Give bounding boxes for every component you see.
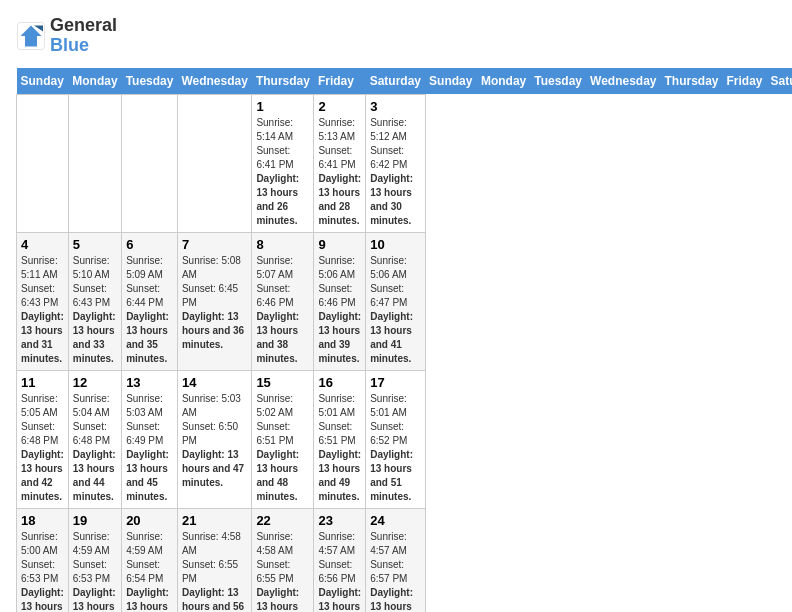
calendar-cell — [68, 94, 121, 232]
calendar-cell: 10Sunrise: 5:06 AMSunset: 6:47 PMDayligh… — [366, 232, 425, 370]
calendar-cell: 8Sunrise: 5:07 AMSunset: 6:46 PMDaylight… — [252, 232, 314, 370]
calendar-cell: 13Sunrise: 5:03 AMSunset: 6:49 PMDayligh… — [122, 370, 178, 508]
calendar-table: SundayMondayTuesdayWednesdayThursdayFrid… — [16, 68, 792, 612]
day-info: Sunrise: 5:11 AMSunset: 6:43 PMDaylight:… — [21, 254, 64, 366]
calendar-cell: 11Sunrise: 5:05 AMSunset: 6:48 PMDayligh… — [17, 370, 69, 508]
day-info: Sunrise: 5:12 AMSunset: 6:42 PMDaylight:… — [370, 116, 420, 228]
calendar-cell: 7Sunrise: 5:08 AMSunset: 6:45 PMDaylight… — [177, 232, 251, 370]
header-friday: Friday — [314, 68, 366, 95]
day-info: Sunrise: 5:07 AMSunset: 6:46 PMDaylight:… — [256, 254, 309, 366]
calendar-cell: 17Sunrise: 5:01 AMSunset: 6:52 PMDayligh… — [366, 370, 425, 508]
calendar-week-row: 1Sunrise: 5:14 AMSunset: 6:41 PMDaylight… — [17, 94, 793, 232]
logo-text: General Blue — [50, 16, 117, 56]
day-info: Sunrise: 5:13 AMSunset: 6:41 PMDaylight:… — [318, 116, 361, 228]
day-info: Sunrise: 4:58 AMSunset: 6:55 PMDaylight:… — [256, 530, 309, 612]
day-number: 16 — [318, 375, 361, 390]
day-number: 11 — [21, 375, 64, 390]
logo-icon — [16, 21, 46, 51]
day-number: 4 — [21, 237, 64, 252]
day-number: 13 — [126, 375, 173, 390]
day-info: Sunrise: 4:57 AMSunset: 6:57 PMDaylight:… — [370, 530, 420, 612]
header-sunday: Sunday — [425, 68, 477, 95]
day-info: Sunrise: 5:04 AMSunset: 6:48 PMDaylight:… — [73, 392, 117, 504]
header-thursday: Thursday — [661, 68, 723, 95]
calendar-cell: 23Sunrise: 4:57 AMSunset: 6:56 PMDayligh… — [314, 508, 366, 612]
day-info: Sunrise: 4:59 AMSunset: 6:53 PMDaylight:… — [73, 530, 117, 612]
day-number: 7 — [182, 237, 247, 252]
calendar-cell: 2Sunrise: 5:13 AMSunset: 6:41 PMDaylight… — [314, 94, 366, 232]
header-saturday: Saturday — [767, 68, 792, 95]
calendar-cell: 22Sunrise: 4:58 AMSunset: 6:55 PMDayligh… — [252, 508, 314, 612]
day-info: Sunrise: 5:09 AMSunset: 6:44 PMDaylight:… — [126, 254, 173, 366]
header-saturday: Saturday — [366, 68, 425, 95]
calendar-cell — [177, 94, 251, 232]
calendar-cell: 3Sunrise: 5:12 AMSunset: 6:42 PMDaylight… — [366, 94, 425, 232]
day-number: 9 — [318, 237, 361, 252]
day-info: Sunrise: 5:08 AMSunset: 6:45 PMDaylight:… — [182, 254, 247, 352]
day-info: Sunrise: 5:06 AMSunset: 6:46 PMDaylight:… — [318, 254, 361, 366]
day-number: 21 — [182, 513, 247, 528]
day-number: 8 — [256, 237, 309, 252]
calendar-week-row: 18Sunrise: 5:00 AMSunset: 6:53 PMDayligh… — [17, 508, 793, 612]
calendar-cell: 4Sunrise: 5:11 AMSunset: 6:43 PMDaylight… — [17, 232, 69, 370]
day-info: Sunrise: 5:01 AMSunset: 6:52 PMDaylight:… — [370, 392, 420, 504]
day-number: 10 — [370, 237, 420, 252]
day-info: Sunrise: 4:57 AMSunset: 6:56 PMDaylight:… — [318, 530, 361, 612]
calendar-cell: 12Sunrise: 5:04 AMSunset: 6:48 PMDayligh… — [68, 370, 121, 508]
header-tuesday: Tuesday — [122, 68, 178, 95]
header-wednesday: Wednesday — [177, 68, 251, 95]
day-number: 14 — [182, 375, 247, 390]
calendar-cell: 5Sunrise: 5:10 AMSunset: 6:43 PMDaylight… — [68, 232, 121, 370]
calendar-week-row: 11Sunrise: 5:05 AMSunset: 6:48 PMDayligh… — [17, 370, 793, 508]
calendar-header-row: SundayMondayTuesdayWednesdayThursdayFrid… — [17, 68, 793, 95]
calendar-cell: 16Sunrise: 5:01 AMSunset: 6:51 PMDayligh… — [314, 370, 366, 508]
calendar-cell: 20Sunrise: 4:59 AMSunset: 6:54 PMDayligh… — [122, 508, 178, 612]
day-number: 18 — [21, 513, 64, 528]
day-info: Sunrise: 5:03 AMSunset: 6:49 PMDaylight:… — [126, 392, 173, 504]
day-info: Sunrise: 5:05 AMSunset: 6:48 PMDaylight:… — [21, 392, 64, 504]
day-info: Sunrise: 5:03 AMSunset: 6:50 PMDaylight:… — [182, 392, 247, 490]
day-info: Sunrise: 5:00 AMSunset: 6:53 PMDaylight:… — [21, 530, 64, 612]
day-number: 2 — [318, 99, 361, 114]
calendar-cell: 15Sunrise: 5:02 AMSunset: 6:51 PMDayligh… — [252, 370, 314, 508]
logo: General Blue — [16, 16, 117, 56]
page-header: General Blue — [16, 16, 776, 56]
calendar-cell: 1Sunrise: 5:14 AMSunset: 6:41 PMDaylight… — [252, 94, 314, 232]
calendar-cell: 21Sunrise: 4:58 AMSunset: 6:55 PMDayligh… — [177, 508, 251, 612]
calendar-cell — [17, 94, 69, 232]
calendar-cell: 9Sunrise: 5:06 AMSunset: 6:46 PMDaylight… — [314, 232, 366, 370]
calendar-cell: 6Sunrise: 5:09 AMSunset: 6:44 PMDaylight… — [122, 232, 178, 370]
header-thursday: Thursday — [252, 68, 314, 95]
header-sunday: Sunday — [17, 68, 69, 95]
day-number: 20 — [126, 513, 173, 528]
day-info: Sunrise: 4:58 AMSunset: 6:55 PMDaylight:… — [182, 530, 247, 612]
day-number: 15 — [256, 375, 309, 390]
header-friday: Friday — [723, 68, 767, 95]
day-number: 17 — [370, 375, 420, 390]
calendar-week-row: 4Sunrise: 5:11 AMSunset: 6:43 PMDaylight… — [17, 232, 793, 370]
calendar-cell: 19Sunrise: 4:59 AMSunset: 6:53 PMDayligh… — [68, 508, 121, 612]
day-number: 22 — [256, 513, 309, 528]
day-info: Sunrise: 5:06 AMSunset: 6:47 PMDaylight:… — [370, 254, 420, 366]
day-info: Sunrise: 5:02 AMSunset: 6:51 PMDaylight:… — [256, 392, 309, 504]
calendar-cell: 24Sunrise: 4:57 AMSunset: 6:57 PMDayligh… — [366, 508, 425, 612]
day-info: Sunrise: 5:14 AMSunset: 6:41 PMDaylight:… — [256, 116, 309, 228]
day-number: 5 — [73, 237, 117, 252]
day-info: Sunrise: 5:01 AMSunset: 6:51 PMDaylight:… — [318, 392, 361, 504]
calendar-cell: 18Sunrise: 5:00 AMSunset: 6:53 PMDayligh… — [17, 508, 69, 612]
calendar-cell: 14Sunrise: 5:03 AMSunset: 6:50 PMDayligh… — [177, 370, 251, 508]
day-number: 23 — [318, 513, 361, 528]
day-number: 24 — [370, 513, 420, 528]
day-number: 3 — [370, 99, 420, 114]
day-info: Sunrise: 5:10 AMSunset: 6:43 PMDaylight:… — [73, 254, 117, 366]
day-number: 1 — [256, 99, 309, 114]
calendar-cell — [122, 94, 178, 232]
header-monday: Monday — [68, 68, 121, 95]
header-wednesday: Wednesday — [586, 68, 660, 95]
header-monday: Monday — [477, 68, 530, 95]
header-tuesday: Tuesday — [530, 68, 586, 95]
day-number: 6 — [126, 237, 173, 252]
day-number: 19 — [73, 513, 117, 528]
day-number: 12 — [73, 375, 117, 390]
day-info: Sunrise: 4:59 AMSunset: 6:54 PMDaylight:… — [126, 530, 173, 612]
